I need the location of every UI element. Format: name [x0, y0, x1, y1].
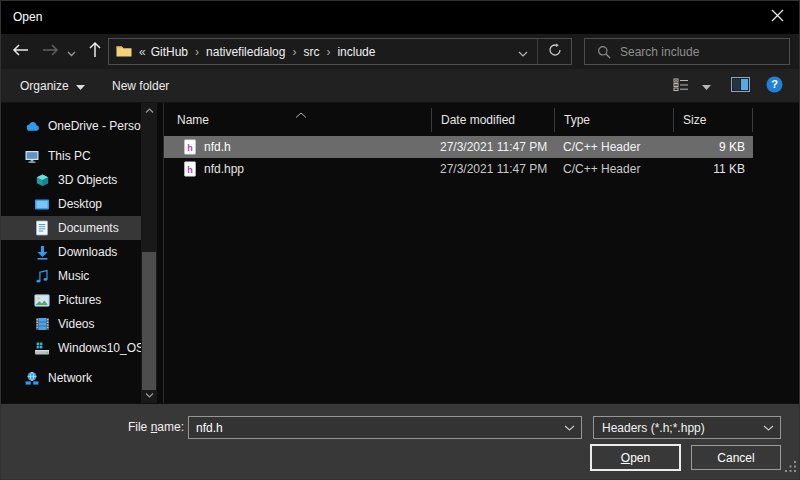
sidebar-item-onedrive-persor[interactable]: OneDrive - Persor [0, 114, 141, 138]
sidebar-item-label: Music [58, 269, 89, 283]
sidebar-item-pictures[interactable]: Pictures [0, 288, 141, 312]
search-box [584, 38, 790, 65]
document-icon [34, 220, 50, 236]
address-bar[interactable]: «GitHub›nativefiledialog›src›include [108, 38, 572, 65]
download-arrow-icon [34, 244, 50, 260]
new-folder-button[interactable]: New folder [112, 69, 169, 102]
sort-ascending-icon [295, 104, 307, 122]
file-row-nfd-hpp[interactable]: hnfd.hpp27/3/2021 11:47 PMC/C++ Header11… [164, 158, 753, 180]
navigation-row: «GitHub›nativefiledialog›src›include [0, 34, 800, 69]
file-name-label: File name: [84, 420, 184, 434]
type-cell: C/C++ Header [554, 162, 673, 176]
breadcrumb-separator-icon: › [288, 45, 300, 59]
new-folder-label: New folder [112, 79, 169, 93]
chevron-down-icon [67, 43, 76, 61]
close-icon [771, 8, 784, 26]
open-dialog: Open [0, 0, 800, 480]
back-button[interactable] [6, 34, 34, 69]
recent-locations-button[interactable] [62, 34, 80, 69]
sidebar-item-label: Windows10_OS ( [58, 341, 141, 355]
sidebar-item-label: OneDrive - Persor [48, 119, 141, 133]
views-button[interactable] [668, 69, 694, 102]
sidebar-item-videos[interactable]: Videos [0, 312, 141, 336]
scroll-down-button[interactable] [141, 388, 157, 403]
date-modified-cell: 27/3/2021 11:47 PM [431, 162, 554, 176]
command-toolbar: Organize New folder [0, 69, 800, 103]
refresh-button[interactable] [537, 39, 571, 64]
svg-text:?: ? [771, 78, 778, 90]
close-button[interactable] [754, 0, 800, 34]
music-note-icon [34, 268, 50, 284]
up-button[interactable] [82, 34, 108, 69]
back-arrow-icon [12, 43, 29, 61]
chevron-down-icon[interactable] [557, 425, 581, 431]
views-chevron-button[interactable] [696, 69, 716, 102]
open-button[interactable]: Open [590, 444, 681, 471]
breadcrumb-separator-icon: › [191, 45, 203, 59]
sidebar-item-this-pc[interactable]: This PC [0, 144, 141, 168]
type-cell: C/C++ Header [554, 140, 673, 154]
sidebar-item-music[interactable]: Music [0, 264, 141, 288]
file-list: NameDate modifiedTypeSize hnfd.h27/3/202… [163, 103, 800, 403]
network-icon [24, 370, 40, 386]
details-view-icon [673, 78, 689, 94]
file-name-text: nfd.h [204, 140, 231, 154]
date-modified-cell: 27/3/2021 11:47 PM [431, 140, 554, 154]
organize-button[interactable]: Organize [20, 69, 85, 102]
sidebar-item-label: Downloads [58, 245, 117, 259]
sidebar-item-downloads[interactable]: Downloads [0, 240, 141, 264]
sidebar-item-documents[interactable]: Documents [0, 216, 141, 240]
help-button[interactable]: ? [760, 69, 788, 102]
forward-button[interactable] [36, 34, 64, 69]
drive-windows-icon [34, 340, 50, 356]
file-row-nfd-h[interactable]: hnfd.h27/3/2021 11:47 PMC/C++ Header9 KB [164, 136, 753, 158]
cancel-button[interactable]: Cancel [691, 445, 781, 470]
triangle-down-icon [76, 79, 85, 93]
scrollbar-thumb[interactable] [142, 252, 156, 390]
main-area: OneDrive - PersorThis PC3D ObjectsDeskto… [0, 103, 800, 403]
breadcrumb-segment-github[interactable]: GitHub [148, 45, 191, 59]
sidebar-item-windows10-os[interactable]: Windows10_OS ( [0, 336, 141, 360]
address-dropdown-button[interactable] [508, 39, 537, 64]
chevron-down-icon [756, 425, 780, 431]
breadcrumb-segment-nativefiledialog[interactable]: nativefiledialog [203, 45, 288, 59]
breadcrumb: «GitHub›nativefiledialog›src›include [138, 45, 508, 59]
column-header-date-modified[interactable]: Date modified [431, 108, 554, 132]
up-arrow-icon [88, 41, 102, 62]
sidebar-item-label: 3D Objects [58, 173, 117, 187]
size-cell: 11 KB [673, 162, 753, 176]
sidebar-item-label: Pictures [58, 293, 101, 307]
column-header-type[interactable]: Type [554, 108, 673, 132]
sidebar-item-label: Network [48, 371, 92, 385]
folder-icon [116, 45, 132, 58]
onedrive-cloud-icon [24, 118, 40, 134]
file-name-input[interactable] [189, 421, 557, 435]
sidebar-item-3d-objects[interactable]: 3D Objects [0, 168, 141, 192]
column-header-size[interactable]: Size [673, 108, 753, 132]
footer-panel: File name: Headers (*.h;*.hpp) Open Canc… [0, 403, 800, 480]
size-cell: 9 KB [673, 140, 753, 154]
organize-label: Organize [20, 79, 69, 93]
breadcrumb-segment-src[interactable]: src [300, 45, 322, 59]
sidebar-item-label: Desktop [58, 197, 102, 211]
breadcrumb-root-collapsed[interactable]: « [138, 45, 148, 59]
file-type-dropdown[interactable]: Headers (*.h;*.hpp) [593, 416, 781, 439]
scroll-up-button[interactable] [141, 103, 157, 118]
monitor-icon [24, 148, 40, 164]
preview-pane-button[interactable] [726, 69, 754, 102]
resize-grip[interactable] [785, 459, 797, 477]
file-name-text: nfd.hpp [204, 162, 244, 176]
column-headers: NameDate modifiedTypeSize [164, 103, 800, 136]
svg-text:h: h [187, 165, 193, 175]
search-input[interactable] [620, 45, 789, 59]
h-file-icon: h [183, 161, 197, 177]
search-icon [597, 45, 611, 59]
svg-text:h: h [187, 143, 193, 153]
sidebar-item-desktop[interactable]: Desktop [0, 192, 141, 216]
file-name-cell: hnfd.hpp [164, 161, 431, 177]
help-icon: ? [766, 76, 783, 96]
breadcrumb-segment-include[interactable]: include [334, 45, 378, 59]
sidebar-scrollbar[interactable] [141, 103, 157, 403]
sidebar-item-network[interactable]: Network [0, 366, 141, 390]
file-name-cell: hnfd.h [164, 139, 431, 155]
